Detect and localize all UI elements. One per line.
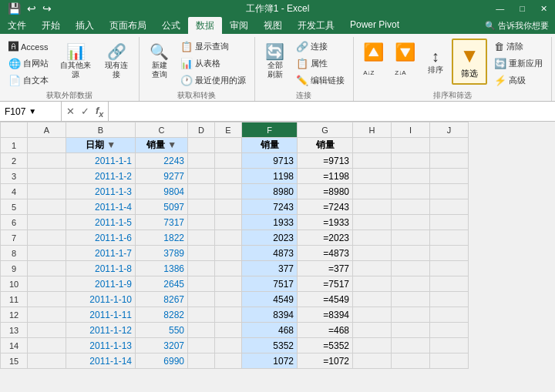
properties-btn[interactable]: 📋 属性	[292, 55, 348, 72]
cell-B4[interactable]: 2011-1-3	[66, 184, 136, 199]
cell-I12[interactable]	[392, 307, 430, 323]
cell-G11[interactable]: =4549	[298, 292, 353, 307]
cell-H7[interactable]	[353, 230, 392, 246]
cell-E9[interactable]	[215, 261, 242, 276]
maximize-btn[interactable]: □	[512, 2, 533, 15]
tab-pagelayout[interactable]: 页面布局	[102, 17, 154, 34]
cell-G7[interactable]: =2023	[298, 230, 353, 246]
cell-E14[interactable]	[215, 338, 242, 353]
cell-C4[interactable]: 9804	[136, 184, 188, 199]
cell-H15[interactable]	[353, 353, 392, 369]
cell-G3[interactable]: =1198	[298, 169, 353, 184]
cell-D11[interactable]	[188, 292, 215, 307]
cell-F12[interactable]: 8394	[242, 307, 298, 323]
cell-G9[interactable]: =377	[298, 261, 353, 276]
cell-A13[interactable]	[28, 323, 66, 338]
col-header-B[interactable]: B	[66, 122, 136, 138]
cell-F11[interactable]: 4549	[242, 292, 298, 307]
show-query-btn[interactable]: 📋 显示查询	[177, 39, 250, 55]
row-header-11[interactable]: 11	[1, 292, 28, 307]
cell-G6[interactable]: =1933	[298, 215, 353, 230]
tab-data[interactable]: 数据	[188, 17, 222, 34]
cell-J4[interactable]	[430, 184, 469, 199]
cell-B15[interactable]: 2011-1-14	[66, 353, 136, 369]
cell-C13[interactable]: 550	[136, 323, 188, 338]
cell-A14[interactable]	[28, 338, 66, 353]
advanced-btn[interactable]: ⚡ 高级	[490, 72, 547, 89]
reapply-btn[interactable]: 🔄 重新应用	[490, 55, 547, 72]
tab-view[interactable]: 视图	[256, 17, 290, 34]
cell-J12[interactable]	[430, 307, 469, 323]
cell-D14[interactable]	[188, 338, 215, 353]
cell-A4[interactable]	[28, 184, 66, 199]
cell-G4[interactable]: =8980	[298, 184, 353, 199]
cell-J15[interactable]	[430, 353, 469, 369]
cell-C2[interactable]: 2243	[136, 153, 188, 169]
row-header-12[interactable]: 12	[1, 307, 28, 323]
cell-F2[interactable]: 9713	[242, 153, 298, 169]
cell-A2[interactable]	[28, 153, 66, 169]
cell-D3[interactable]	[188, 169, 215, 184]
cell-E5[interactable]	[215, 199, 242, 215]
undo-quick-btn[interactable]: ↩	[25, 2, 38, 15]
row-header-2[interactable]: 2	[1, 153, 28, 169]
cell-J9[interactable]	[430, 261, 469, 276]
cell-D7[interactable]	[188, 230, 215, 246]
cell-E3[interactable]	[215, 169, 242, 184]
cell-E15[interactable]	[215, 353, 242, 369]
cell-G5[interactable]: =7243	[298, 199, 353, 215]
cell-G8[interactable]: =4873	[298, 246, 353, 261]
cell-I13[interactable]	[392, 323, 430, 338]
cell-E7[interactable]	[215, 230, 242, 246]
cell-E10[interactable]	[215, 276, 242, 292]
tab-review[interactable]: 审阅	[222, 17, 256, 34]
name-box-dropdown[interactable]: ▼	[29, 107, 36, 116]
row-header-1[interactable]: 1	[1, 138, 28, 153]
cell-J5[interactable]	[430, 199, 469, 215]
tab-formula[interactable]: 公式	[154, 17, 188, 34]
cell-A12[interactable]	[28, 307, 66, 323]
cell-F15[interactable]: 1072	[242, 353, 298, 369]
cell-F14[interactable]: 5352	[242, 338, 298, 353]
cell-F13[interactable]: 468	[242, 323, 298, 338]
cell-D15[interactable]	[188, 353, 215, 369]
refresh-all-btn[interactable]: 🔄 全部刷新	[260, 39, 291, 85]
cell-F9[interactable]: 377	[242, 261, 298, 276]
col-header-F[interactable]: F	[242, 122, 298, 138]
cell-I3[interactable]	[392, 169, 430, 184]
minimize-btn[interactable]: —	[488, 2, 512, 15]
cell-D2[interactable]	[188, 153, 215, 169]
col-header-G[interactable]: G	[298, 122, 353, 138]
cell-I8[interactable]	[392, 246, 430, 261]
cell-H8[interactable]	[353, 246, 392, 261]
cell-H6[interactable]	[353, 215, 392, 230]
cell-G13[interactable]: =468	[298, 323, 353, 338]
cell-G15[interactable]: =1072	[298, 353, 353, 369]
cell-C3[interactable]: 9277	[136, 169, 188, 184]
cell-I4[interactable]	[392, 184, 430, 199]
cell-A9[interactable]	[28, 261, 66, 276]
cell-I1[interactable]	[392, 138, 430, 153]
row-header-13[interactable]: 13	[1, 323, 28, 338]
connections-btn[interactable]: 🔗 连接	[292, 39, 348, 55]
cell-B10[interactable]: 2011-1-9	[66, 276, 136, 292]
cell-C5[interactable]: 5097	[136, 199, 188, 215]
sort-asc-btn[interactable]: 🔼A↓Z	[358, 39, 388, 85]
cell-E11[interactable]	[215, 292, 242, 307]
cell-D8[interactable]	[188, 246, 215, 261]
cell-C8[interactable]: 3789	[136, 246, 188, 261]
cell-I6[interactable]	[392, 215, 430, 230]
cell-H9[interactable]	[353, 261, 392, 276]
cell-H12[interactable]	[353, 307, 392, 323]
cell-F4[interactable]: 8980	[242, 184, 298, 199]
cell-J8[interactable]	[430, 246, 469, 261]
cell-J14[interactable]	[430, 338, 469, 353]
cell-A6[interactable]	[28, 215, 66, 230]
cell-H10[interactable]	[353, 276, 392, 292]
new-query-btn[interactable]: 🔍 新建查询	[144, 39, 175, 85]
cell-F3[interactable]: 1198	[242, 169, 298, 184]
text-btn[interactable]: 📄 自文本	[5, 72, 52, 89]
cell-G1[interactable]: 销量	[298, 138, 353, 153]
cell-E13[interactable]	[215, 323, 242, 338]
cell-C1[interactable]: 销量 ▼	[136, 138, 188, 153]
